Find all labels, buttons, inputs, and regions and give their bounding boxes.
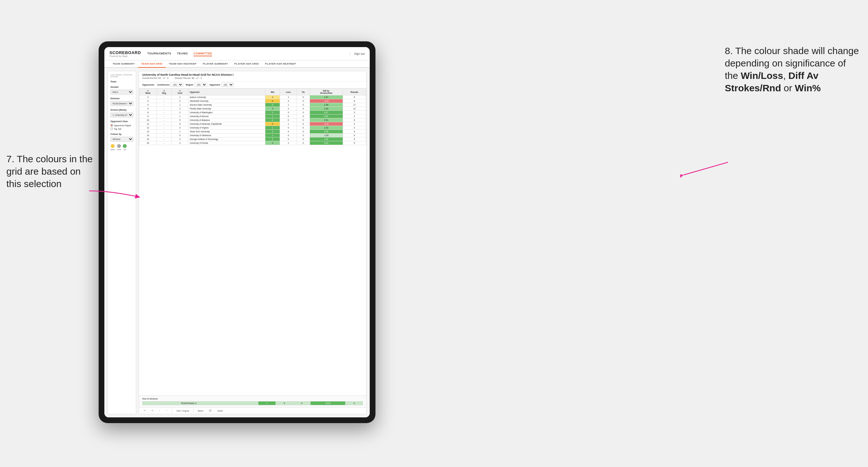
cell-rounds: 9 (343, 137, 366, 141)
cell-win: 1 (266, 126, 280, 130)
ood-col1 (143, 402, 155, 405)
tab-player-h2h-grid[interactable]: PLAYER H2H GRID (231, 60, 262, 67)
cell-rounds: 9 (343, 95, 366, 99)
cell-rank: 15 (140, 137, 157, 141)
out-of-division-row: NCAA Division II 1 0 0 26.00 3 (143, 402, 363, 405)
cell-rank: 2 (140, 95, 157, 99)
tab-team-summary[interactable]: TEAM SUMMARY (110, 60, 138, 67)
cell-loss: 0 (280, 115, 297, 118)
share-btn[interactable]: Share (216, 409, 224, 413)
undo-btn[interactable]: ↩ (142, 409, 147, 413)
watch-btn[interactable]: Watch (196, 409, 205, 413)
cell-diff: 4.50 (310, 137, 343, 141)
cell-reg: - (157, 126, 172, 130)
division-label: Division (111, 97, 133, 100)
table-row: 15 - 4 Georgia Institute of Technology 5… (140, 137, 366, 141)
cell-win: 5 (266, 103, 280, 107)
cell-diff: -2.29 (310, 99, 343, 103)
radio-opponents-played[interactable]: Opponents Played (111, 124, 133, 127)
cell-loss: 0 (280, 118, 297, 122)
cell-conf: 2 (172, 141, 188, 145)
sign-out-link[interactable]: Sign out (350, 52, 365, 55)
cell-rounds: 3 (343, 126, 366, 130)
division-select[interactable]: NCAA Division I (111, 101, 133, 106)
cell-loss: 0 (280, 130, 297, 134)
cell-rank: 4 (140, 103, 157, 107)
cell-win: 2 (266, 95, 280, 99)
division-record: Division Record: 88 - 17 - 0 (175, 77, 202, 79)
school-label: School (Rank) (111, 108, 133, 111)
ood-loss: 0 (276, 402, 293, 405)
cell-reg: - (157, 103, 172, 107)
sidebar: Last Updated: 27/03/2024 16:55:38 Team G… (107, 71, 136, 414)
cell-opponent: University of Alabama (188, 118, 266, 122)
cell-rank: 6 (140, 107, 157, 111)
more-btn[interactable]: ⋯ (164, 409, 169, 413)
cell-loss: 0 (280, 134, 297, 137)
cell-tie: 0 (297, 134, 310, 137)
out-of-division-table: NCAA Division II 1 0 0 26.00 3 (142, 401, 363, 405)
school-select[interactable]: 1. University of Nort... (111, 113, 133, 117)
opponent-select[interactable]: (All) (221, 83, 234, 87)
cell-tie: 0 (297, 111, 310, 115)
cell-loss: 0 (280, 126, 297, 130)
ood-diff: 26.00 (311, 402, 345, 405)
grid-area: University of North Carolina Head-to-Hea… (139, 71, 367, 414)
back-btn[interactable]: ‹ (157, 409, 161, 413)
cell-reg: - (157, 115, 172, 118)
table-row: 8 - 2 University of Washington 1 0 0 3.6… (140, 111, 366, 115)
cell-loss: 1 (280, 122, 297, 126)
redo-btn[interactable]: ↪ (150, 409, 155, 413)
gender-select[interactable]: Men's (111, 90, 133, 94)
conference-filter: Conference (All) (157, 83, 183, 87)
view-original-btn[interactable]: View: Original (175, 409, 191, 413)
timestamp-time: 16:55:38 (111, 76, 133, 77)
cell-opponent: Vanderbilt University (188, 99, 266, 103)
cell-diff: 6.62 (310, 141, 343, 145)
legend-label-level: Level (117, 149, 121, 151)
tablet-device: SCOREBOARD Powered by clippd TOURNAMENTS… (99, 41, 375, 423)
cell-loss: 0 (280, 137, 297, 141)
table-header-row: #Rank #Reg #Conf Opponent Win Loss Tie D… (140, 89, 366, 95)
cell-diff: 3.67 (310, 111, 343, 115)
ood-name: NCAA Division II (180, 402, 258, 405)
logo-area: SCOREBOARD Powered by clippd (110, 50, 141, 57)
tab-player-h2h-heatmap[interactable]: PLAYER H2H HEATMAP (262, 60, 299, 67)
cell-win: 4 (266, 107, 280, 111)
cell-tie: 0 (297, 115, 310, 118)
toolbar-sep-1 (172, 409, 172, 413)
region-select[interactable]: (All) (194, 83, 207, 87)
cell-rounds: 3 (343, 122, 366, 126)
radio-top100[interactable]: Top 100 (111, 128, 133, 130)
colour-by-select[interactable]: Win/loss (111, 137, 133, 142)
radio-dot-top100 (111, 128, 113, 130)
out-of-division: Out of division NCAA Division II 1 0 0 (139, 396, 366, 407)
gender-section: Gender Men's (111, 86, 133, 94)
grid-header: University of North Carolina Head-to-Hea… (139, 71, 366, 82)
tab-player-summary[interactable]: PLAYER SUMMARY (199, 60, 231, 67)
col-rank: #Rank (140, 89, 157, 95)
nav-teams[interactable]: TEAMS (177, 51, 188, 56)
table-row: 6 - 2 Florida State University 4 2 0 1.8… (140, 107, 366, 111)
comment-btn[interactable]: 💬 (208, 409, 213, 413)
nav-committee[interactable]: COMMITTEE (193, 51, 212, 56)
tablet-screen: SCOREBOARD Powered by clippd TOURNAMENTS… (104, 47, 370, 417)
cell-conf: 2 (172, 99, 188, 103)
cell-win: 0 (266, 122, 280, 126)
cell-rounds: 12 (343, 107, 366, 111)
opponents-filter-label: Opponents: (142, 84, 155, 86)
cell-diff: -1.00 (310, 134, 343, 137)
toolbar: ↩ ↪ ‹ ⋯ View: Original Watch 💬 Share (139, 407, 366, 414)
ood-tie: 0 (293, 402, 311, 405)
tab-team-h2h-grid[interactable]: TEAM H2H GRID (138, 60, 166, 68)
nav-tournaments[interactable]: TOURNAMENTS (147, 51, 171, 56)
cell-reg: - (157, 122, 172, 126)
legend-label-down: Down (111, 149, 115, 151)
cell-tie: 0 (297, 103, 310, 107)
cell-diff: 2.61 (310, 118, 343, 122)
conference-select[interactable]: (All) (170, 83, 183, 87)
cell-reg: - (157, 137, 172, 141)
tab-team-h2h-heatmap[interactable]: TEAM H2H HEATMAP (166, 60, 200, 67)
table-row: 11 - 6 University of Arkansas, Fayettevi… (140, 122, 366, 126)
division-section: Division NCAA Division I (111, 97, 133, 106)
